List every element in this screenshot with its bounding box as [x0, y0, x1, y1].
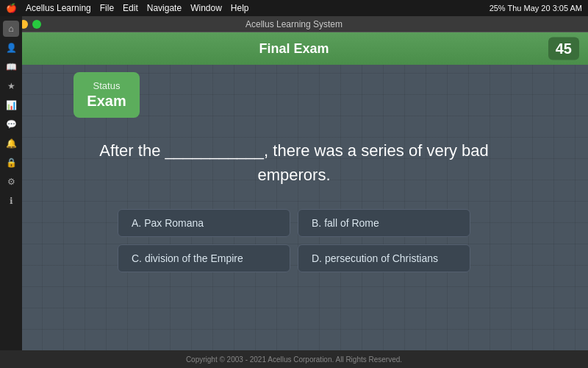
footer: Copyright © 2003 - 2021 Acellus Corporat…	[0, 350, 588, 368]
choice-b[interactable]: B. fall of Rome	[298, 209, 470, 237]
system-info: 25% Thu May 20 3:05 AM	[490, 4, 582, 13]
status-label: Status	[93, 80, 121, 91]
dock-icon-gear[interactable]: ⚙	[3, 174, 19, 190]
app-menu-name[interactable]: Acellus Learning	[26, 3, 91, 13]
choice-d[interactable]: D. persecution of Christians	[298, 244, 470, 272]
app-header: Final Exam 45	[0, 32, 588, 65]
dock-icon-msg[interactable]: 💬	[3, 116, 19, 132]
timer-value: 45	[556, 40, 572, 57]
menu-edit[interactable]: Edit	[123, 3, 138, 13]
window-title: Acellus Learning System	[245, 19, 343, 29]
choice-b-text: fall of Rome	[324, 217, 379, 229]
choice-d-letter: D.	[312, 252, 325, 264]
status-value: Exam	[87, 93, 126, 110]
choice-c-text: division of the Empire	[145, 252, 243, 264]
app-layout: ⌂ 👤 📖 ★ 📊 💬 🔔 🔒 ⚙ ℹ Final Exam 45 Status…	[0, 32, 588, 350]
choice-b-letter: B.	[312, 217, 324, 229]
dock-icon-home[interactable]: ⌂	[3, 21, 19, 37]
choice-a-text: Pax Romana	[144, 217, 204, 229]
choice-d-text: persecution of Christians	[325, 252, 438, 264]
left-dock: ⌂ 👤 📖 ★ 📊 💬 🔔 🔒 ⚙ ℹ	[0, 16, 22, 350]
status-box: Status Exam	[74, 72, 140, 118]
title-bar: Acellus Learning System	[0, 16, 588, 32]
exam-title: Final Exam	[259, 41, 329, 57]
dock-icon-star[interactable]: ★	[3, 78, 19, 94]
copyright-text: Copyright © 2003 - 2021 Acellus Corporat…	[186, 355, 402, 364]
choices-grid: A. Pax Romana B. fall of Rome C. divisio…	[118, 209, 470, 272]
maximize-button[interactable]	[32, 20, 41, 29]
choice-c-letter: C.	[132, 252, 145, 264]
choice-a-letter: A.	[132, 217, 144, 229]
dock-icon-book[interactable]: 📖	[3, 59, 19, 75]
choice-c[interactable]: C. division of the Empire	[118, 244, 290, 272]
question-text: After the ___________, there was a serie…	[96, 138, 492, 187]
menu-bar: 🍎 Acellus Learning File Edit Navigate Wi…	[0, 0, 588, 16]
app-content: Final Exam 45 Status Exam After the ____…	[0, 32, 588, 350]
apple-icon: 🍎	[6, 3, 17, 13]
main-content: Status Exam After the ___________, there…	[0, 65, 588, 350]
dock-icon-bell[interactable]: 🔔	[3, 135, 19, 152]
dock-icon-info[interactable]: ℹ	[3, 193, 19, 209]
dock-icon-user[interactable]: 👤	[3, 40, 19, 56]
menu-help[interactable]: Help	[231, 3, 249, 13]
menu-window[interactable]: Window	[190, 3, 222, 13]
menu-file[interactable]: File	[100, 3, 114, 13]
menu-bar-right: 25% Thu May 20 3:05 AM	[490, 4, 582, 13]
choice-a[interactable]: A. Pax Romana	[118, 209, 290, 237]
dock-icon-lock[interactable]: 🔒	[3, 155, 19, 171]
dock-icon-chart[interactable]: 📊	[3, 97, 19, 113]
menu-navigate[interactable]: Navigate	[147, 3, 182, 13]
timer-badge: 45	[548, 38, 579, 60]
